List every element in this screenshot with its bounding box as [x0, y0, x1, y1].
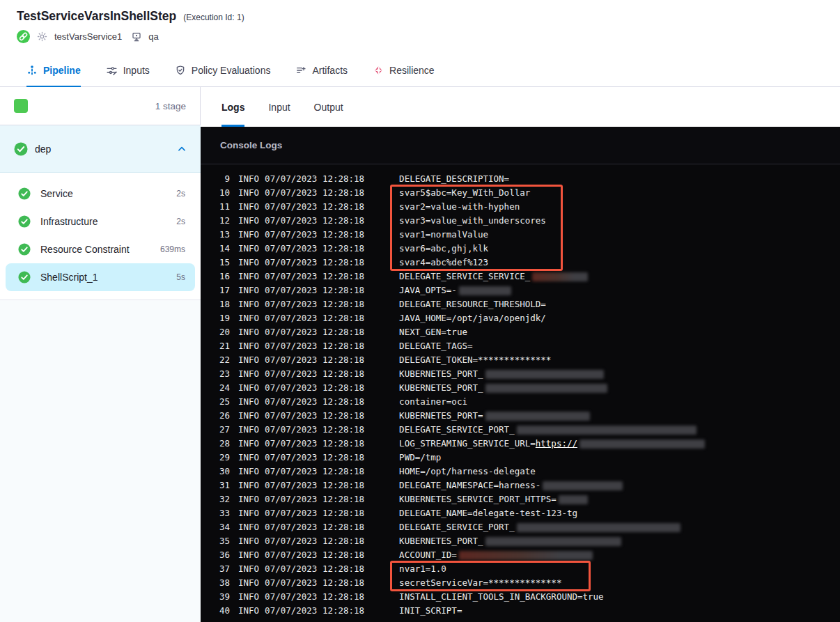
log-line: 26INFO07/07/2023 12:28:18KUBERNETES_PORT… [201, 409, 840, 423]
log-line: 36INFO07/07/2023 12:28:18ACCOUNT_ID= [201, 548, 840, 562]
log-message: svar2=value-with-hyphen [399, 200, 520, 214]
log-message: DELEGATE_SERVICE_PORT_ [399, 520, 680, 534]
log-text: DELEGATE_RESOURCE_THRESHOLD= [399, 297, 546, 311]
log-text: svar4=abc%def%123 [399, 256, 488, 270]
tab-inputs-label: Inputs [123, 65, 150, 76]
step-name: Infrastructure [40, 216, 98, 227]
step-row-service[interactable]: Service 2s [6, 180, 195, 208]
log-line: 38INFO07/07/2023 12:28:18secretServiceVa… [201, 576, 840, 590]
log-text: DELEGATE_NAME=delegate-test-123-tg [399, 506, 577, 520]
redacted-text [559, 495, 588, 504]
log-text: DELEGATE_SERVICE_PORT_ [399, 520, 515, 534]
stage-sidebar: 1 stage dep Service 2s [0, 87, 201, 622]
log-line: 32INFO07/07/2023 12:28:18KUBERNETES_SERV… [201, 492, 840, 506]
console-title: Console Logs [220, 140, 282, 150]
log-message: svar4=abc%def%123 [399, 256, 488, 270]
tab-logs[interactable]: Logs [221, 87, 244, 127]
log-message: HOME=/opt/harness-delegate [399, 465, 536, 479]
log-line: 12INFO07/07/2023 12:28:18svar3=value_wit… [201, 214, 840, 228]
log-line: 30INFO07/07/2023 12:28:18HOME=/opt/harne… [201, 465, 840, 479]
tab-pipeline-label: Pipeline [43, 65, 81, 76]
check-circle-icon [14, 142, 28, 156]
check-circle-icon [18, 187, 31, 200]
log-text: DELEGATE_TAGS= [399, 339, 472, 353]
step-row-infrastructure[interactable]: Infrastructure 2s [6, 208, 195, 235]
log-message: KUBERNETES_PORT_ [399, 367, 603, 381]
log-url-link[interactable]: https:// [536, 437, 577, 451]
stage-header-dep[interactable]: dep [0, 125, 201, 173]
resilience-icon [373, 65, 384, 76]
log-line: 29INFO07/07/2023 12:28:18PWD=/tmp [201, 451, 840, 465]
tab-logs-label: Logs [221, 102, 244, 113]
page-title: TestServiceVarsInShellStep [17, 9, 176, 24]
log-text: svar5$abc=Key_WIth_Dollar [399, 186, 530, 200]
log-text: DELEGATE_TOKEN=************** [399, 353, 551, 367]
log-line: 16INFO07/07/2023 12:28:18DELEGATE_SERVIC… [201, 270, 840, 283]
redacted-text [485, 412, 590, 421]
step-name: Resource Constraint [40, 244, 130, 255]
log-text: JAVA_OPTS=- [399, 283, 457, 297]
log-message: PWD=/tmp [399, 451, 441, 465]
environment-icon [131, 31, 142, 42]
log-message: JAVA_HOME=/opt/java/openjdk/ [399, 311, 546, 325]
log-line: 28INFO07/07/2023 12:28:18LOG_STREAMING_S… [201, 437, 840, 451]
tab-output[interactable]: Output [314, 87, 343, 127]
log-text: HOME=/opt/harness-delegate [399, 465, 536, 479]
execution-id: (Execution Id: 1) [183, 13, 244, 22]
tab-inputs[interactable]: Inputs [106, 54, 150, 86]
collapse-stage-button[interactable] [177, 144, 187, 154]
step-row-shellscript-1[interactable]: ShellScript_1 5s [6, 263, 195, 291]
stage-status-swatch[interactable] [14, 99, 28, 113]
tab-pipeline[interactable]: Pipeline [26, 54, 81, 86]
tab-input[interactable]: Input [268, 87, 290, 127]
service-status-icon [17, 30, 30, 43]
redacted-text [485, 384, 607, 393]
tab-output-label: Output [314, 102, 343, 113]
log-line: 40INFO07/07/2023 12:28:18INIT_SCRIPT= [201, 604, 840, 618]
log-line: 37INFO07/07/2023 12:28:18nvar1=1.0 [201, 562, 840, 576]
log-message: DELEGATE_TAGS= [399, 339, 472, 353]
log-line: 15INFO07/07/2023 12:28:18svar4=abc%def%1… [201, 256, 840, 270]
log-text: svar6=abc,ghj,klk [399, 242, 488, 256]
step-row-resource-constraint[interactable]: Resource Constraint 639ms [6, 235, 195, 263]
log-message: svar5$abc=Key_WIth_Dollar [399, 186, 530, 200]
tab-input-label: Input [268, 102, 290, 113]
log-text: JAVA_HOME=/opt/java/openjdk/ [399, 311, 546, 325]
log-line: 17INFO07/07/2023 12:28:18JAVA_OPTS=- [201, 283, 840, 297]
log-text: NEXT_GEN=true [399, 325, 467, 339]
redacted-text [580, 440, 705, 449]
log-message: nvar1=1.0 [399, 562, 446, 576]
log-text: INIT_SCRIPT= [399, 604, 462, 618]
log-message: secretServiceVar=************** [399, 576, 561, 590]
pipeline-icon [26, 65, 38, 76]
log-text: LOG_STREAMING_SERVICE_URL= [399, 437, 536, 451]
tab-artifacts[interactable]: Artifacts [295, 54, 348, 86]
log-message: NEXT_GEN=true [399, 325, 467, 339]
log-text: DELEGATE_NAMESPACE=harness- [399, 479, 540, 492]
log-text: KUBERNETES_PORT_ [399, 534, 483, 548]
check-circle-icon [18, 215, 31, 228]
log-text: nvar1=1.0 [399, 562, 446, 576]
log-message: LOG_STREAMING_SERVICE_URL=https:// [399, 437, 705, 451]
service-name: testVarsService1 [54, 31, 122, 42]
log-line: 19INFO07/07/2023 12:28:18JAVA_HOME=/opt/… [201, 311, 840, 325]
log-message: ACCOUNT_ID= [399, 548, 593, 562]
log-line: 13INFO07/07/2023 12:28:18svar1=normalVal… [201, 228, 840, 242]
tab-resilience[interactable]: Resilience [373, 54, 435, 86]
log-message: KUBERNETES_PORT= [399, 409, 589, 423]
log-message: DELEGATE_RESOURCE_THRESHOLD= [399, 297, 546, 311]
redacted-text [517, 523, 680, 532]
policy-shield-icon [175, 65, 186, 76]
step-duration: 2s [176, 217, 185, 226]
console-log-lines[interactable]: 9INFO07/07/2023 12:28:18DELEGATE_DESCRIP… [201, 164, 840, 622]
log-text: svar3=value_with_underscores [399, 214, 546, 228]
redacted-text [485, 370, 604, 379]
log-line: 34INFO07/07/2023 12:28:18DELEGATE_SERVIC… [201, 520, 840, 534]
log-line: 21INFO07/07/2023 12:28:18DELEGATE_TAGS= [201, 339, 840, 353]
tab-policy-evaluations[interactable]: Policy Evaluations [175, 54, 271, 86]
execution-nav-tabs: Pipeline Inputs Policy Evaluations Artif… [0, 54, 840, 87]
environment-name: qa [148, 31, 158, 42]
log-text: secretServiceVar=************** [399, 576, 561, 590]
log-text: DELEGATE_SERVICE_PORT_ [399, 423, 515, 437]
log-message: container=oci [399, 395, 467, 409]
